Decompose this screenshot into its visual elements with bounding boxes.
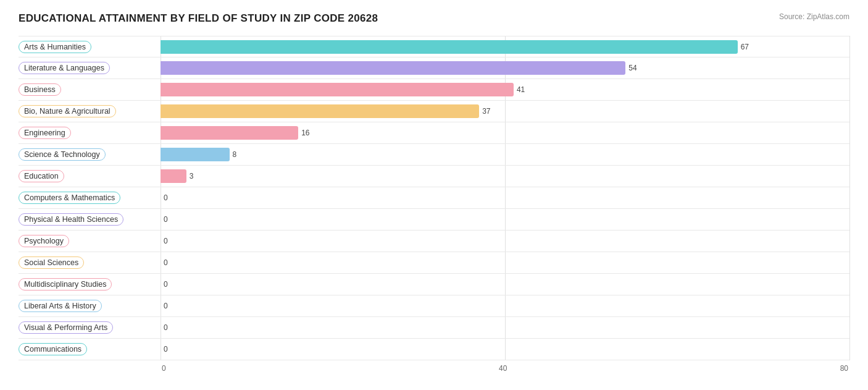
- bar-container: 0: [161, 252, 849, 273]
- label-cell: Business: [19, 83, 161, 96]
- bar-label: Multidisciplinary Studies: [19, 278, 112, 290]
- bar-label: Liberal Arts & History: [19, 300, 102, 312]
- bar-label: Visual & Performing Arts: [19, 321, 113, 334]
- bar-value: 0: [164, 302, 168, 310]
- bar-row: Psychology0: [19, 231, 849, 252]
- label-cell: Communications: [19, 343, 161, 355]
- chart-title: EDUCATIONAL ATTAINMENT BY FIELD OF STUDY…: [19, 12, 378, 25]
- grid-line: [849, 36, 850, 360]
- label-cell: Physical & Health Sciences: [19, 213, 161, 226]
- label-cell: Bio, Nature & Agricultural: [19, 105, 161, 117]
- bar-value: 67: [741, 43, 749, 51]
- label-cell: Literature & Languages: [19, 62, 161, 74]
- bar-container: 37: [161, 101, 849, 122]
- bar-value: 54: [628, 64, 636, 72]
- bar-container: 0: [161, 339, 849, 360]
- bar-label: Bio, Nature & Agricultural: [19, 105, 116, 117]
- bar-fill: [161, 169, 186, 183]
- bar-row: Bio, Nature & Agricultural37: [19, 101, 849, 122]
- x-axis: 04080: [19, 364, 849, 373]
- bar-value: 0: [164, 193, 168, 202]
- bar-container: 0: [161, 209, 849, 230]
- label-cell: Multidisciplinary Studies: [19, 278, 161, 290]
- bar-label: Business: [19, 83, 61, 96]
- bar-value: 0: [164, 215, 168, 224]
- bar-fill: [161, 126, 298, 140]
- bar-row: Engineering16: [19, 122, 849, 144]
- bar-fill: [161, 104, 479, 118]
- bar-row: Social Sciences0: [19, 252, 849, 274]
- bar-row: Communications0: [19, 339, 849, 360]
- bar-row: Literature & Languages54: [19, 57, 849, 79]
- bar-value: 0: [164, 345, 168, 354]
- bar-container: 0: [161, 187, 849, 208]
- bar-row: Visual & Performing Arts0: [19, 317, 849, 339]
- label-cell: Psychology: [19, 235, 161, 247]
- bar-row: Multidisciplinary Studies0: [19, 274, 849, 295]
- label-cell: Engineering: [19, 127, 161, 139]
- label-cell: Arts & Humanities: [19, 41, 161, 53]
- x-axis-label: 40: [499, 364, 507, 373]
- bar-fill: [161, 148, 230, 161]
- bar-value: 37: [482, 107, 490, 116]
- label-cell: Liberal Arts & History: [19, 300, 161, 312]
- bar-label: Education: [19, 170, 64, 182]
- bar-container: 41: [161, 79, 849, 100]
- bar-value: 41: [517, 85, 525, 94]
- bar-value: 3: [190, 172, 194, 180]
- bar-label: Psychology: [19, 235, 69, 247]
- bar-row: Business41: [19, 79, 849, 101]
- bar-label: Science & Technology: [19, 148, 106, 161]
- bar-label: Arts & Humanities: [19, 41, 91, 53]
- bar-label: Literature & Languages: [19, 62, 110, 74]
- label-cell: Science & Technology: [19, 148, 161, 161]
- bar-container: 0: [161, 295, 849, 316]
- bar-container: 16: [161, 122, 849, 143]
- bar-label: Computers & Mathematics: [19, 192, 120, 204]
- bar-value: 0: [164, 280, 168, 289]
- bar-container: 3: [161, 166, 849, 187]
- bar-container: 8: [161, 144, 849, 165]
- bar-row: Liberal Arts & History0: [19, 295, 849, 317]
- label-cell: Social Sciences: [19, 256, 161, 269]
- bar-row: Education3: [19, 166, 849, 187]
- bar-container: 0: [161, 274, 849, 295]
- x-axis-labels: 04080: [161, 364, 849, 373]
- chart-area: Arts & Humanities67Literature & Language…: [19, 36, 849, 360]
- bar-container: 0: [161, 317, 849, 338]
- bar-row: Physical & Health Sciences0: [19, 209, 849, 231]
- bar-fill: [161, 83, 514, 96]
- source-label: Source: ZipAtlas.com: [779, 12, 849, 21]
- label-cell: Education: [19, 170, 161, 182]
- bar-value: 0: [164, 323, 168, 332]
- bar-container: 54: [161, 57, 849, 78]
- bar-label: Communications: [19, 343, 87, 355]
- x-axis-label: 0: [162, 364, 166, 373]
- bar-value: 8: [233, 150, 237, 159]
- label-cell: Visual & Performing Arts: [19, 321, 161, 334]
- label-cell: Computers & Mathematics: [19, 192, 161, 204]
- bar-value: 16: [301, 129, 309, 137]
- bar-row: Computers & Mathematics0: [19, 187, 849, 209]
- bar-value: 0: [164, 258, 168, 267]
- chart-wrapper: Arts & Humanities67Literature & Language…: [19, 36, 849, 360]
- bar-fill: [161, 40, 738, 54]
- bar-label: Social Sciences: [19, 256, 84, 269]
- bar-container: 67: [161, 36, 849, 57]
- bar-label: Physical & Health Sciences: [19, 213, 123, 226]
- x-axis-label: 80: [840, 364, 848, 373]
- bar-fill: [161, 61, 625, 75]
- bar-value: 0: [164, 237, 168, 245]
- bar-container: 0: [161, 231, 849, 252]
- bar-row: Science & Technology8: [19, 144, 849, 166]
- bar-row: Arts & Humanities67: [19, 36, 849, 57]
- bar-label: Engineering: [19, 127, 71, 139]
